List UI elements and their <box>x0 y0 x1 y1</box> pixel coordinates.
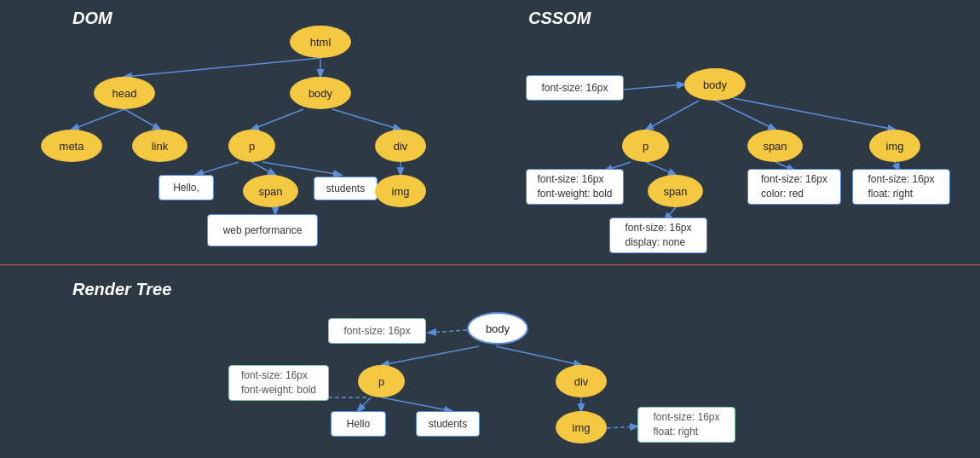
connection-lines <box>0 0 980 458</box>
svg-line-14 <box>733 98 895 130</box>
svg-line-3 <box>124 109 160 130</box>
svg-line-8 <box>262 162 341 175</box>
render-img-node: img <box>556 411 607 444</box>
render-fontsize-node: font-size: 16px <box>328 318 426 344</box>
render-div-node: div <box>556 365 607 397</box>
svg-line-25 <box>382 397 452 411</box>
dom-link-node: link <box>132 130 187 162</box>
dom-span-node: span <box>243 175 298 207</box>
render-p-node: p <box>358 365 405 397</box>
dom-webperf-node: web performance <box>207 214 318 246</box>
dom-div-node: div <box>375 130 426 162</box>
svg-line-0 <box>124 58 320 77</box>
dom-html-node: html <box>290 26 351 58</box>
svg-line-12 <box>646 101 699 130</box>
svg-line-11 <box>624 84 684 90</box>
render-label: Render Tree <box>72 280 171 299</box>
dom-meta-node: meta <box>41 130 102 162</box>
cssom-span-top-node: span <box>747 130 803 162</box>
svg-line-13 <box>716 101 775 130</box>
dom-img-node: img <box>375 175 426 207</box>
svg-line-21 <box>382 346 479 365</box>
section-divider <box>0 264 980 265</box>
svg-line-2 <box>72 109 124 130</box>
svg-line-24 <box>358 397 371 411</box>
cssom-span-props-node: font-size: 16pxcolor: red <box>747 169 841 205</box>
dom-hello-node: Hello, <box>159 175 214 200</box>
render-students-node: students <box>416 411 480 437</box>
cssom-span-inner-node: span <box>648 175 703 207</box>
cssom-p-props-node: font-size: 16pxfont-weight: bold <box>526 169 624 205</box>
cssom-label: CSSOM <box>528 9 591 28</box>
render-p-props-node: font-size: 16pxfont-weight: bold <box>228 365 329 401</box>
dom-body-node: body <box>290 77 351 109</box>
svg-line-7 <box>251 162 275 175</box>
cssom-fontsize-node: font-size: 16px <box>526 75 624 101</box>
diagram-container: DOM CSSOM Render Tree <box>0 0 980 458</box>
svg-line-5 <box>332 109 401 130</box>
svg-line-4 <box>251 109 303 130</box>
cssom-span-inner-props-node: font-size: 16pxdisplay: none <box>609 217 707 253</box>
svg-line-20 <box>429 330 467 333</box>
dom-head-node: head <box>94 77 155 109</box>
render-body-node: body <box>467 312 528 345</box>
svg-line-16 <box>646 162 676 175</box>
cssom-img-props-node: font-size: 16pxfloat: right <box>852 169 950 205</box>
svg-line-22 <box>496 346 581 365</box>
dom-students-node: students <box>314 177 378 200</box>
dom-p-node: p <box>228 130 275 162</box>
render-img-props-node: font-size: 16pxfloat: right <box>637 407 735 443</box>
svg-line-6 <box>196 162 239 175</box>
render-hello-node: Hello <box>331 411 386 437</box>
cssom-p-node: p <box>622 130 669 162</box>
dom-label: DOM <box>72 9 112 28</box>
cssom-img-node: img <box>869 130 920 162</box>
svg-line-27 <box>607 426 637 428</box>
cssom-body-node: body <box>684 68 746 101</box>
